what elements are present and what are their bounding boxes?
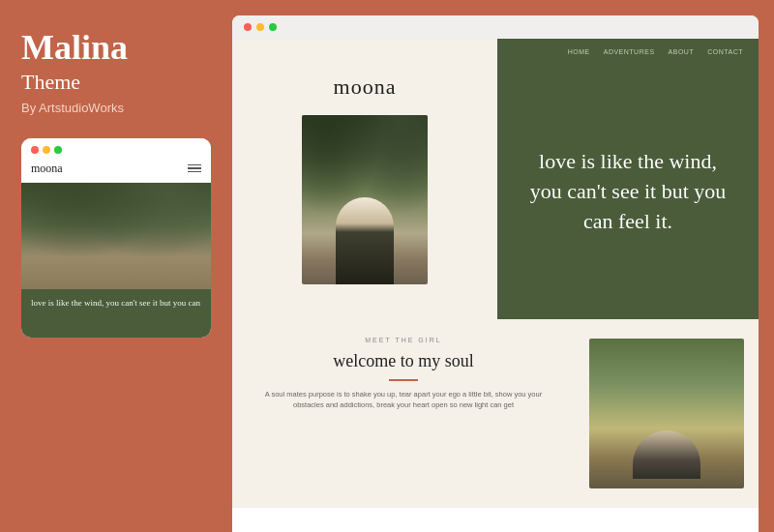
bottom-photo bbox=[589, 339, 744, 488]
website-logo: moona bbox=[334, 74, 397, 100]
bottom-right-photo bbox=[575, 319, 759, 508]
browser-dot-red bbox=[244, 23, 252, 31]
mobile-nav: moona bbox=[21, 158, 211, 183]
website-bottom-section: MEET THE GIRL welcome to my soul A soul … bbox=[232, 319, 759, 508]
hamburger-icon[interactable] bbox=[188, 164, 201, 173]
welcome-body-text: A soul mates purpose is to shake you up,… bbox=[255, 389, 551, 411]
sidebar: Malina Theme By ArtstudioWorks moona lov… bbox=[0, 0, 232, 532]
couple-image-mobile bbox=[21, 183, 211, 289]
main-content: moona HOME ADVENTURES ABOUT CONTACT love… bbox=[232, 0, 774, 532]
theme-subtitle: Theme bbox=[21, 70, 211, 95]
nav-about[interactable]: ABOUT bbox=[669, 48, 695, 55]
browser-topbar bbox=[232, 15, 759, 39]
bottom-photo-inner bbox=[589, 339, 744, 488]
welcome-divider bbox=[389, 379, 418, 381]
dot-yellow bbox=[43, 146, 50, 154]
website-content: moona HOME ADVENTURES ABOUT CONTACT love… bbox=[232, 39, 759, 532]
theme-author: By ArtstudioWorks bbox=[21, 101, 211, 115]
browser-dot-green bbox=[269, 23, 277, 31]
website-hero-left: moona bbox=[232, 39, 497, 319]
nav-adventures[interactable]: ADVENTURES bbox=[604, 48, 655, 55]
mobile-hero-image bbox=[21, 183, 211, 289]
mobile-caption: love is like the wind, you can't see it … bbox=[21, 289, 211, 338]
website-hero-right: HOME ADVENTURES ABOUT CONTACT love is li… bbox=[497, 39, 759, 319]
website-top-section: moona HOME ADVENTURES ABOUT CONTACT love… bbox=[232, 39, 759, 319]
browser-mockup: moona HOME ADVENTURES ABOUT CONTACT love… bbox=[232, 15, 759, 532]
hero-photo bbox=[302, 115, 428, 284]
bottom-left-content: MEET THE GIRL welcome to my soul A soul … bbox=[232, 319, 575, 508]
mobile-topbar bbox=[21, 138, 211, 158]
browser-dot-yellow bbox=[256, 23, 264, 31]
hero-quote: love is like the wind, you can't see it … bbox=[521, 147, 735, 236]
mobile-logo: moona bbox=[31, 162, 63, 176]
nav-home[interactable]: HOME bbox=[568, 48, 590, 55]
theme-title: Malina bbox=[21, 29, 211, 68]
welcome-heading: welcome to my soul bbox=[255, 351, 551, 371]
dot-red bbox=[31, 146, 39, 154]
website-nav: HOME ADVENTURES ABOUT CONTACT bbox=[497, 39, 759, 65]
mobile-caption-text: love is like the wind, you can't see it … bbox=[31, 297, 201, 310]
dot-green bbox=[54, 146, 62, 154]
nav-contact[interactable]: CONTACT bbox=[707, 48, 743, 55]
mobile-preview-card: moona love is like the wind, you can't s… bbox=[21, 138, 211, 338]
quote-area: love is like the wind, you can't see it … bbox=[497, 65, 759, 319]
meet-girl-label: MEET THE GIRL bbox=[255, 337, 551, 343]
couple-photo bbox=[302, 115, 428, 284]
